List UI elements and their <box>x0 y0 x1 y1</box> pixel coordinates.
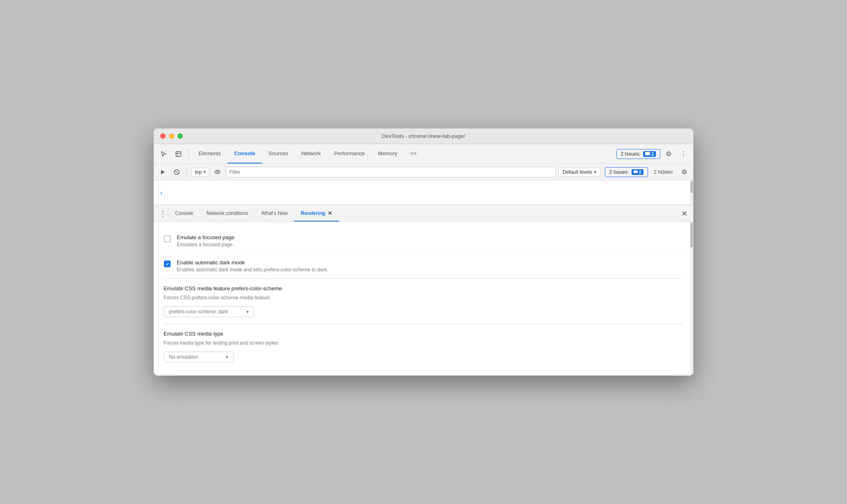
tab-elements[interactable]: Elements <box>192 144 227 163</box>
inspect-icon-btn[interactable] <box>172 147 185 161</box>
prefers-color-scheme-section: Emulate CSS media feature prefers-color-… <box>164 278 683 324</box>
clear-console-button[interactable] <box>157 166 168 178</box>
console-toolbar: top ▾ Default levels ▾ 2 Issues: 2 2 h <box>154 164 693 180</box>
window-title: DevTools - chrome://new-tab-page/ <box>382 133 465 139</box>
inspect-icon <box>175 151 182 157</box>
bottom-tab-rendering[interactable]: Rendering ✕ <box>294 205 339 222</box>
svg-marker-10 <box>634 173 636 174</box>
more-options-button[interactable]: ⋮ <box>677 147 690 161</box>
issues-badge: 2 <box>643 151 656 157</box>
prefers-color-scheme-title: Emulate CSS media feature prefers-color-… <box>164 285 683 292</box>
prefers-color-scheme-dropdown[interactable]: prefers-color-scheme: dark ▾ <box>164 306 254 317</box>
focused-page-desc: Emulates a focused page. <box>177 242 234 247</box>
chat-icon-small <box>634 170 638 174</box>
rendering-scrollbar-thumb <box>690 223 693 247</box>
ellipsis-icon: ⋮ <box>680 150 687 158</box>
svg-point-8 <box>217 171 218 173</box>
main-toolbar: Elements Console Sources Network Perform… <box>154 144 693 164</box>
bottom-tab-whats-new[interactable]: What's New <box>255 205 294 222</box>
rendering-panel: Emulate a focused page Emulates a focuse… <box>154 222 693 376</box>
rendering-tab-close[interactable]: ✕ <box>328 210 332 217</box>
eye-icon <box>214 170 221 174</box>
bottom-panel: ⋮ Console Network conditions What's New … <box>154 205 693 376</box>
svg-rect-9 <box>634 170 638 173</box>
levels-arrow-icon: ▾ <box>594 170 596 174</box>
console-prompt[interactable]: › <box>160 189 162 196</box>
eye-icon-btn[interactable] <box>212 166 223 178</box>
console-toolbar-sep <box>187 167 187 177</box>
settings-button[interactable]: ⚙ <box>662 147 675 161</box>
play-icon <box>160 169 166 175</box>
dropdown-arrow-icon: ▾ <box>246 309 249 315</box>
svg-rect-0 <box>176 152 181 156</box>
hidden-count: 2 hidden <box>650 169 676 175</box>
maximize-button[interactable] <box>178 133 183 139</box>
issues-text: 2 Issues: <box>609 169 629 175</box>
focused-page-option: Emulate a focused page Emulates a focuse… <box>164 229 683 253</box>
traffic-lights <box>160 133 183 139</box>
media-type-title: Emulate CSS media type <box>164 331 683 337</box>
svg-marker-4 <box>646 155 648 156</box>
close-panel-btn[interactable]: ✕ <box>679 208 690 219</box>
levels-dropdown[interactable]: Default levels ▾ <box>558 168 601 177</box>
dropdown-arrow-icon: ▾ <box>204 170 206 174</box>
block-icon <box>174 169 180 175</box>
issues-label: 2 Issues: <box>621 151 641 157</box>
toolbar-separator <box>188 149 189 159</box>
rendering-scrollbar[interactable] <box>690 222 693 376</box>
tab-sources[interactable]: Sources <box>262 144 295 163</box>
media-type-dropdown-arrow-icon: ▾ <box>226 355 228 360</box>
dark-mode-title: Enable automatic dark mode <box>177 259 328 266</box>
bottom-tab-console[interactable]: Console <box>168 205 200 222</box>
tab-memory[interactable]: Memory <box>371 144 404 163</box>
bottom-tab-network-conditions[interactable]: Network conditions <box>200 205 255 222</box>
chat-badge-icon <box>645 152 650 156</box>
filter-input[interactable] <box>226 167 556 177</box>
minimize-button[interactable] <box>169 133 174 139</box>
prefers-color-scheme-desc: Forces CSS prefers-color-scheme media fe… <box>164 295 683 301</box>
issues-badge-console: 2 <box>632 169 643 175</box>
cursor-icon-btn[interactable] <box>157 147 170 161</box>
issues-button[interactable]: 2 Issues: 2 <box>616 149 660 159</box>
title-bar: DevTools - chrome://new-tab-page/ <box>154 128 693 144</box>
tab-network[interactable]: Network <box>295 144 328 163</box>
tab-more[interactable]: >> <box>404 144 423 163</box>
context-selector[interactable]: top ▾ <box>191 168 209 177</box>
dark-mode-checkbox[interactable] <box>164 261 171 267</box>
console-settings-btn[interactable]: ⚙ <box>679 166 690 178</box>
dark-mode-desc: Enables automatic dark mode and sets pre… <box>177 267 328 273</box>
block-icon-btn[interactable] <box>171 166 183 178</box>
focused-page-checkbox[interactable] <box>164 236 171 242</box>
toolbar-right: 2 Issues: 2 ⚙ ⋮ <box>616 147 690 161</box>
svg-line-7 <box>175 170 178 174</box>
dark-mode-option: Enable automatic dark mode Enables autom… <box>164 253 683 278</box>
devtools-window: DevTools - chrome://new-tab-page/ Elemen… <box>154 128 693 376</box>
console-input-area[interactable]: › <box>154 180 693 205</box>
svg-marker-5 <box>161 170 165 174</box>
media-type-desc: Forces media type for testing print and … <box>164 340 683 346</box>
gear-icon: ⚙ <box>666 150 672 158</box>
tab-performance[interactable]: Performance <box>328 144 371 163</box>
cursor-icon <box>160 151 167 157</box>
svg-rect-3 <box>645 152 650 155</box>
console-scrollbar[interactable] <box>690 180 693 205</box>
media-type-dropdown[interactable]: No emulation ▾ <box>164 352 234 362</box>
focused-page-title: Emulate a focused page <box>177 234 234 240</box>
tab-console[interactable]: Console <box>227 144 262 163</box>
issues-btn-console[interactable]: 2 Issues: 2 <box>605 167 648 177</box>
bottom-tab-bar: ⋮ Console Network conditions What's New … <box>154 205 693 222</box>
tab-bar: Elements Console Sources Network Perform… <box>192 144 615 163</box>
bottom-tab-menu-btn[interactable]: ⋮ <box>157 208 168 219</box>
console-scrollbar-thumb <box>690 181 693 193</box>
media-type-section: Emulate CSS media type Forces media type… <box>164 324 683 369</box>
close-button[interactable] <box>160 133 166 139</box>
